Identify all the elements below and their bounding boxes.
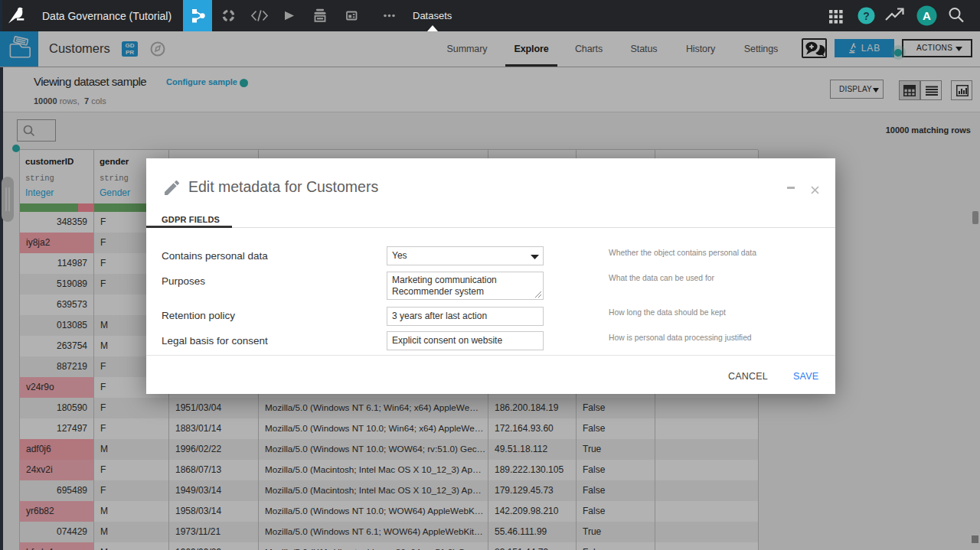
svg-text:?: ? (863, 10, 870, 22)
svg-text:A: A (923, 9, 931, 22)
